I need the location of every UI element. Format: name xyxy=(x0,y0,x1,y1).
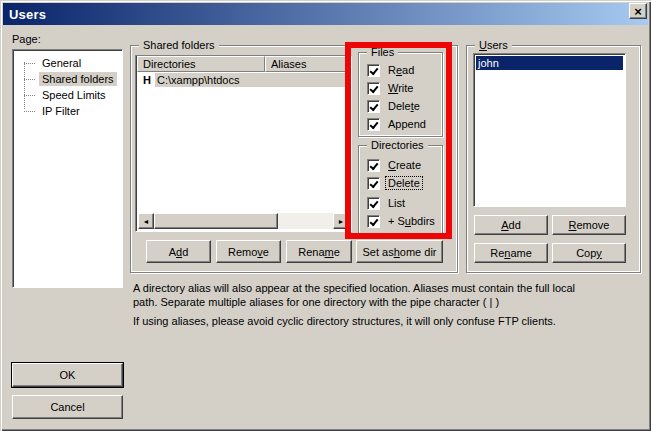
create-checkbox[interactable] xyxy=(367,159,380,172)
scrollbar-thumb[interactable] xyxy=(154,213,278,229)
user-add-button[interactable]: Add xyxy=(474,215,548,235)
page-label: Page: xyxy=(12,33,41,45)
users-group-label: Users xyxy=(475,39,512,51)
window-title: Users xyxy=(9,7,46,22)
tree-branch-icon xyxy=(24,111,36,112)
files-group-label: Files xyxy=(367,46,398,58)
close-button[interactable]: × xyxy=(629,3,647,19)
tree-item-general[interactable]: General xyxy=(15,55,120,71)
page-tree-inner: General Shared folders Speed Limits IP F… xyxy=(15,52,120,285)
alias-note-line-1: A directory alias will also appear at th… xyxy=(133,282,575,294)
title-bar[interactable]: Users xyxy=(3,3,648,25)
append-label: Append xyxy=(386,118,428,130)
home-flag: H xyxy=(143,74,151,86)
folder-rename-button[interactable]: Rename xyxy=(286,240,352,263)
cyclic-note-line: If using aliases, please avoid cyclic di… xyxy=(133,315,556,327)
tree-branch-icon xyxy=(24,63,36,64)
file-delete-checkbox-row[interactable]: Delete xyxy=(367,99,422,113)
user-list-item[interactable]: john xyxy=(476,56,623,70)
dir-delete-checkbox[interactable] xyxy=(367,177,380,190)
ok-button[interactable]: OK xyxy=(12,363,123,387)
read-checkbox-row[interactable]: Read xyxy=(367,63,416,77)
tree-item-label: IP Filter xyxy=(39,104,83,118)
subdirs-checkbox[interactable] xyxy=(367,215,380,228)
scroll-left-button[interactable]: ◄ xyxy=(138,213,154,229)
close-icon: × xyxy=(634,5,642,18)
tree-item-label: General xyxy=(39,56,84,70)
horizontal-scrollbar[interactable]: ◄ ► xyxy=(138,213,349,229)
write-checkbox[interactable] xyxy=(367,82,380,95)
append-checkbox-row[interactable]: Append xyxy=(367,117,428,131)
create-label: Create xyxy=(386,159,423,171)
scroll-right-icon: ► xyxy=(338,218,345,225)
tree-item-label: Shared folders xyxy=(39,72,117,86)
column-header-directories[interactable]: Directories xyxy=(137,56,265,72)
user-rename-button[interactable]: Rename xyxy=(474,243,548,263)
create-checkbox-row[interactable]: Create xyxy=(367,158,423,172)
list-label: List xyxy=(386,197,407,209)
append-checkbox[interactable] xyxy=(367,118,380,131)
scroll-right-button[interactable]: ► xyxy=(333,213,349,229)
read-label: Read xyxy=(386,64,416,76)
user-copy-button[interactable]: Copy xyxy=(552,243,626,263)
dir-delete-checkbox-row[interactable]: Delete xyxy=(367,176,422,190)
directories-list[interactable]: Directories Aliases H C:\xampp\htdocs ◄ … xyxy=(135,55,352,232)
users-list[interactable]: john xyxy=(473,53,626,207)
scroll-left-icon: ◄ xyxy=(143,218,150,225)
cancel-button[interactable]: Cancel xyxy=(12,395,123,419)
user-remove-button[interactable]: Remove xyxy=(552,215,626,235)
column-header-aliases[interactable]: Aliases xyxy=(265,56,351,72)
read-checkbox[interactable] xyxy=(367,64,380,77)
directory-row[interactable]: H C:\xampp\htdocs xyxy=(136,73,351,87)
subdirs-label: + Subdirs xyxy=(386,215,437,227)
directory-path: C:\xampp\htdocs xyxy=(155,73,351,87)
files-group: Files Read Write Delete Append xyxy=(358,52,443,137)
subdirs-checkbox-row[interactable]: + Subdirs xyxy=(367,214,437,228)
tree-item-label: Speed Limits xyxy=(39,88,109,102)
file-delete-label: Delete xyxy=(386,100,422,112)
directories-group-label: Directories xyxy=(367,139,428,151)
set-as-home-dir-button[interactable]: Set as home dir xyxy=(356,240,443,263)
shared-folders-group-label: Shared folders xyxy=(139,39,219,51)
write-checkbox-row[interactable]: Write xyxy=(367,81,415,95)
folder-add-button[interactable]: Add xyxy=(146,240,211,263)
file-delete-checkbox[interactable] xyxy=(367,100,380,113)
folder-remove-button[interactable]: Remove xyxy=(216,240,281,263)
tree-branch-icon xyxy=(24,95,36,96)
tree-branch-icon xyxy=(24,79,36,80)
alias-note-line-2: path. Separate multiple aliases for one … xyxy=(133,296,499,308)
list-checkbox[interactable] xyxy=(367,197,380,210)
page-tree: General Shared folders Speed Limits IP F… xyxy=(12,49,123,288)
dir-delete-label: Delete xyxy=(386,177,422,189)
write-label: Write xyxy=(386,82,415,94)
tree-item-ip-filter[interactable]: IP Filter xyxy=(15,103,120,119)
users-dialog: Users × Page: General Shared folders Spe… xyxy=(0,0,651,431)
list-checkbox-row[interactable]: List xyxy=(367,196,407,210)
tree-item-speed-limits[interactable]: Speed Limits xyxy=(15,87,120,103)
tree-item-shared-folders[interactable]: Shared folders xyxy=(15,71,120,87)
directories-group: Directories Create Delete List + Subdirs xyxy=(358,145,443,235)
